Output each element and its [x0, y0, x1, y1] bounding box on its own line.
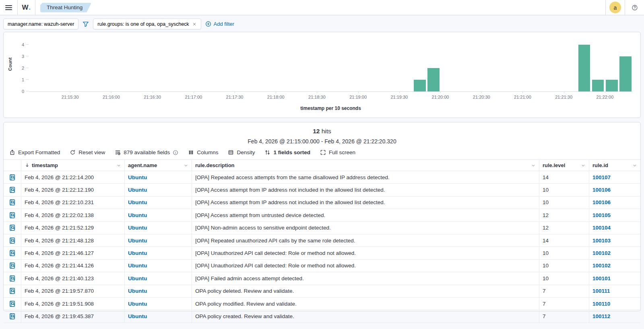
toolbar-item-label: 879 available fields	[124, 149, 170, 155]
breadcrumb-app-tag[interactable]: Threat Hunting	[40, 3, 91, 12]
rule-id-link[interactable]: 100110	[592, 301, 610, 307]
histogram-bar[interactable]	[578, 45, 590, 91]
toolbar-item-full-screen[interactable]: Full screen	[320, 149, 355, 155]
histogram-bar[interactable]	[427, 68, 439, 91]
close-icon[interactable]	[192, 22, 197, 27]
agent-name-link[interactable]: Ubuntu	[128, 187, 147, 193]
agent-name-link[interactable]: Ubuntu	[128, 212, 147, 218]
table-row: Feb 4, 2026 @ 21:19:51.908UbuntuOPA poli…	[4, 298, 640, 310]
add-filter-button[interactable]: Add filter	[205, 21, 234, 27]
column-header-rule-level[interactable]: rule.level	[539, 160, 589, 171]
table-row: Feb 4, 2026 @ 21:21:52.129Ubuntu[OPA] No…	[4, 222, 640, 234]
inspect-document-button[interactable]	[9, 237, 16, 244]
toolbar-item-export-formatted[interactable]: Export Formatted	[9, 149, 60, 155]
toolbar-item-density[interactable]: Density	[228, 149, 255, 155]
histogram-bar[interactable]	[606, 80, 617, 91]
chevron-down-icon[interactable]	[116, 163, 121, 168]
add-filter-label: Add filter	[214, 21, 234, 27]
agent-name-link[interactable]: Ubuntu	[128, 174, 147, 180]
cell-agent-name: Ubuntu	[124, 184, 192, 196]
toolbar-item-879-available-fields[interactable]: 879 available fields	[115, 149, 178, 155]
toolbar-item-1-fields-sorted[interactable]: 1 fields sorted	[264, 149, 310, 155]
cell-text: [OPA] Failed admin access attempt detect…	[195, 275, 304, 281]
cell-rule-id: 100107	[589, 171, 640, 183]
inspect-document-button[interactable]	[9, 199, 16, 206]
chevron-down-icon[interactable]	[531, 163, 536, 168]
wazuh-logo[interactable]: W.	[18, 0, 35, 15]
column-header-rule-id[interactable]: rule.id	[589, 160, 640, 171]
inspect-document-icon	[9, 224, 16, 231]
cell-text: 10	[543, 199, 549, 205]
inspect-document-button[interactable]	[9, 224, 16, 231]
chevron-down-icon[interactable]	[632, 163, 637, 168]
x-tick-label: 21:17:00	[185, 95, 202, 99]
cell-rule-description: [OPA] Unauthorized API call detected: Ro…	[192, 247, 539, 259]
agent-name-link[interactable]: Ubuntu	[128, 275, 147, 281]
cell-rule-level: 10	[539, 272, 589, 284]
inspect-document-button[interactable]	[9, 300, 16, 307]
y-tick-mark	[26, 56, 29, 56]
rule-id-link[interactable]: 100101	[592, 275, 611, 281]
inspect-document-button[interactable]	[9, 186, 16, 193]
funnel-icon[interactable]	[83, 21, 89, 27]
rule-id-link[interactable]: 100104	[592, 225, 611, 231]
agent-name-link[interactable]: Ubuntu	[128, 313, 147, 319]
rule-id-link[interactable]: 100102	[592, 250, 611, 256]
cell-timestamp: Feb 4, 2026 @ 21:22:10.231	[21, 197, 124, 209]
x-tick-mark	[358, 91, 359, 93]
cell-expand	[4, 171, 21, 183]
inspect-document-button[interactable]	[9, 275, 16, 282]
agent-name-link[interactable]: Ubuntu	[128, 225, 147, 231]
histogram-bar[interactable]	[414, 80, 425, 91]
agent-name-link[interactable]: Ubuntu	[128, 199, 147, 205]
agent-name-link[interactable]: Ubuntu	[128, 301, 147, 307]
inspect-document-button[interactable]	[9, 313, 16, 320]
user-menu-button[interactable]: a	[605, 0, 625, 15]
toolbar-item-columns[interactable]: Columns	[188, 149, 218, 155]
inspect-document-button[interactable]	[9, 250, 16, 257]
y-axis-title: Count	[8, 58, 12, 71]
histogram-bar[interactable]	[619, 56, 631, 91]
rule-id-link[interactable]: 100102	[592, 263, 611, 269]
column-header-agent-name[interactable]: agent.name	[124, 160, 192, 171]
histogram-bar[interactable]	[592, 80, 604, 91]
rule-id-link[interactable]: 100103	[592, 238, 611, 244]
pinned-filter-chip[interactable]: manager.name: wazuh-server	[3, 19, 78, 29]
cell-rule-id: 100102	[589, 247, 640, 259]
cell-text: 10	[543, 263, 549, 269]
inspect-document-button[interactable]	[9, 212, 16, 219]
rule-id-link[interactable]: 100105	[592, 212, 611, 218]
active-filter-chip[interactable]: rule.groups: is one of opa, opa_syscheck	[93, 19, 201, 29]
column-header-rule-description[interactable]: rule.description	[192, 160, 539, 171]
rule-id-link[interactable]: 100107	[592, 174, 611, 180]
inspect-document-button[interactable]	[9, 262, 16, 269]
filter-bar: manager.name: wazuh-server rule.groups: …	[0, 15, 644, 32]
rule-id-link[interactable]: 100106	[592, 187, 611, 193]
rule-id-link[interactable]: 100112	[592, 313, 610, 319]
cell-rule-level: 12	[539, 209, 589, 221]
agent-name-link[interactable]: Ubuntu	[128, 263, 147, 269]
help-button[interactable]	[625, 0, 644, 15]
column-header-timestamp[interactable]: timestamp	[21, 160, 124, 171]
cell-text: Feb 4, 2026 @ 21:22:14.200	[25, 174, 94, 180]
inspect-document-button[interactable]	[9, 288, 16, 294]
histogram-plot[interactable]: 0123421:15:3021:16:0021:16:3021:17:0021:…	[29, 43, 632, 92]
table-row: Feb 4, 2026 @ 21:22:14.200Ubuntu[OPA] Re…	[4, 171, 640, 184]
cell-text: OPA policy modified. Review and validate…	[195, 301, 297, 307]
refresh-icon	[70, 149, 76, 155]
menu-button[interactable]	[0, 0, 18, 15]
toolbar-item-reset-view[interactable]: Reset view	[70, 149, 105, 155]
cell-text: Feb 4, 2026 @ 21:22:02.138	[25, 212, 94, 218]
cell-text: Feb 4, 2026 @ 21:19:45.387	[25, 313, 94, 319]
cell-text: OPA policy created. Review and validate.	[195, 313, 294, 319]
rule-id-link[interactable]: 100111	[592, 288, 610, 294]
inspect-document-button[interactable]	[9, 174, 16, 181]
pinned-filter-label: manager.name: wazuh-server	[8, 21, 74, 27]
agent-name-link[interactable]: Ubuntu	[128, 288, 147, 294]
agent-name-link[interactable]: Ubuntu	[128, 250, 147, 256]
chevron-down-icon[interactable]	[581, 163, 586, 168]
results-panel: 12 hits Feb 4, 2026 @ 21:15:00.000 - Feb…	[3, 122, 641, 311]
chevron-down-icon[interactable]	[184, 163, 188, 168]
agent-name-link[interactable]: Ubuntu	[128, 238, 147, 244]
rule-id-link[interactable]: 100106	[592, 199, 611, 205]
